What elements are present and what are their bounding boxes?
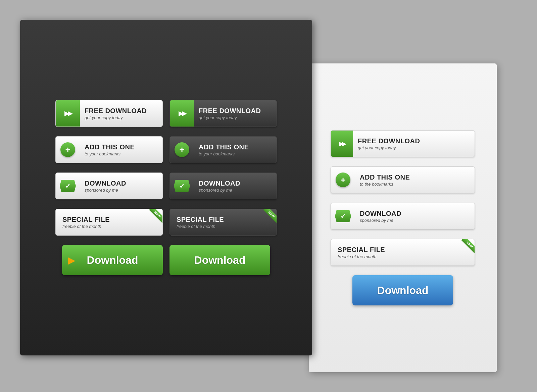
btn-title-special-white-1: SPECIAL FILE [62,216,110,223]
btn-text-dl-white-1: DOWNLOAD sponsored by me [80,180,126,193]
btn-title-dl-light: DOWNLOAD [360,210,401,217]
btn-subtitle-dl-light: sponsored by me [360,218,401,223]
btn-free-download-white-1[interactable]: FREE DOWNLOAD get your copy today [55,100,163,127]
btn-text-add-white-1: ADD THIS ONE to your bookmarks [80,143,135,156]
btn-title-free-white-1: FREE DOWNLOAD [85,107,147,114]
btn-free-download-light[interactable]: FREE DOWNLOAD get your copy today [331,130,475,157]
btn-subtitle-add-dark-1: to your bookmarks [199,151,249,156]
new-badge-special-dark-1 [260,209,277,225]
plus-icon-dark-1: + [170,137,194,163]
arrow-icon-light [331,131,353,157]
btn-text-free-dark-1: FREE DOWNLOAD get your copy today [194,107,261,120]
arrow-icon-dark-1 [170,100,194,127]
btn-add-white-1[interactable]: + ADD THIS ONE to your bookmarks [55,136,163,163]
btn-download-light[interactable]: ✓ DOWNLOAD sponsored by me [331,203,475,230]
check-bg-dark-1: ✓ [174,180,190,192]
row-free-download: FREE DOWNLOAD get your copy today FREE D… [40,100,292,127]
check-bg-white-1: ✓ [60,180,76,192]
dark-panel: FREE DOWNLOAD get your copy today FREE D… [20,20,312,355]
btn-big-green-arrow-1[interactable]: Download [62,245,163,275]
new-badge-special-light [458,239,475,255]
btn-special-white-1[interactable]: SPECIAL FILE freebie of the month [55,209,163,236]
arrow-icon-white-1 [56,100,80,127]
btn-free-download-dark-1[interactable]: FREE DOWNLOAD get your copy today [169,100,277,127]
btn-title-free-dark-1: FREE DOWNLOAD [199,107,261,114]
check-shape-light: ✓ [335,208,351,225]
btn-add-light[interactable]: + ADD THIS ONE to the bookmarks [331,166,475,193]
btn-text-free-white-1: FREE DOWNLOAD get your copy today [80,107,147,120]
btn-subtitle-free-dark-1: get your copy today [199,115,261,120]
btn-text-special-dark-1: SPECIAL FILE freebie of the month [170,216,224,229]
btn-big-label-arrow-1: Download [87,254,138,266]
btn-subtitle-add-light: to the bookmarks [360,182,410,187]
btn-title-free-light: FREE DOWNLOAD [358,137,420,145]
btn-text-dl-dark-1: DOWNLOAD sponsored by me [194,180,240,193]
btn-subtitle-dl-dark-1: sponsored by me [199,188,240,193]
btn-subtitle-special-dark-1: freebie of the month [177,224,224,229]
plus-icon-white-1: + [56,137,80,163]
check-bg-light: ✓ [335,210,351,222]
btn-text-free-light: FREE DOWNLOAD get your copy today [353,137,420,150]
plus-circle-light: + [336,173,350,187]
row-add-this-one: + ADD THIS ONE to your bookmarks + ADD T… [40,136,292,163]
btn-title-special-dark-1: SPECIAL FILE [177,216,224,223]
btn-subtitle-special-light: freebie of the month [338,254,385,259]
plus-circle-white-1: + [60,142,75,157]
light-panel: FREE DOWNLOAD get your copy today + ADD … [309,63,497,372]
btn-title-dl-dark-1: DOWNLOAD [199,180,240,187]
row-download-sponsored: ✓ DOWNLOAD sponsored by me ✓ DOWNLOAD sp… [40,173,292,199]
btn-text-special-white-1: SPECIAL FILE freebie of the month [56,216,110,229]
page-wrapper: FREE DOWNLOAD get your copy today FREE D… [20,20,517,372]
btn-subtitle-special-white-1: freebie of the month [62,224,110,229]
btn-download-dark-1[interactable]: ✓ DOWNLOAD sponsored by me [169,173,277,199]
btn-subtitle-free-white-1: get your copy today [85,115,147,120]
btn-title-special-light: SPECIAL FILE [338,246,385,253]
check-icon-light: ✓ [331,203,355,229]
btn-title-add-dark-1: ADD THIS ONE [199,143,249,151]
btn-subtitle-free-light: get your copy today [358,145,420,150]
btn-text-add-dark-1: ADD THIS ONE to your bookmarks [194,143,249,156]
check-icon-white-1: ✓ [56,173,80,199]
btn-download-white-1[interactable]: ✓ DOWNLOAD sponsored by me [55,173,163,199]
btn-title-dl-white-1: DOWNLOAD [85,180,126,187]
btn-special-light[interactable]: SPECIAL FILE freebie of the month [331,239,475,266]
btn-text-special-light: SPECIAL FILE freebie of the month [331,246,385,259]
btn-text-add-light: ADD THIS ONE to the bookmarks [355,174,410,187]
btn-text-dl-light: DOWNLOAD sponsored by me [355,210,401,223]
btn-big-green-plain-1[interactable]: Download [169,245,270,275]
check-shape-white-1: ✓ [59,178,76,194]
row-special-file: SPECIAL FILE freebie of the month SPECIA… [40,209,292,236]
row-big-download: Download Download [40,245,292,275]
new-badge-special-white-1 [146,209,162,225]
check-shape-dark-1: ✓ [174,178,190,194]
btn-title-add-light: ADD THIS ONE [360,174,410,181]
btn-subtitle-dl-white-1: sponsored by me [85,188,126,193]
btn-title-add-white-1: ADD THIS ONE [85,143,135,151]
btn-add-dark-1[interactable]: + ADD THIS ONE to your bookmarks [169,136,277,163]
btn-big-label-blue: Download [377,284,429,297]
btn-big-label-plain-1: Download [194,254,246,266]
plus-icon-light: + [331,167,355,193]
btn-big-blue[interactable]: Download [352,275,453,305]
btn-subtitle-add-white-1: to your bookmarks [85,151,135,156]
plus-circle-dark-1: + [175,142,189,157]
check-icon-dark-1: ✓ [170,173,194,199]
btn-special-dark-1[interactable]: SPECIAL FILE freebie of the month [169,209,277,236]
